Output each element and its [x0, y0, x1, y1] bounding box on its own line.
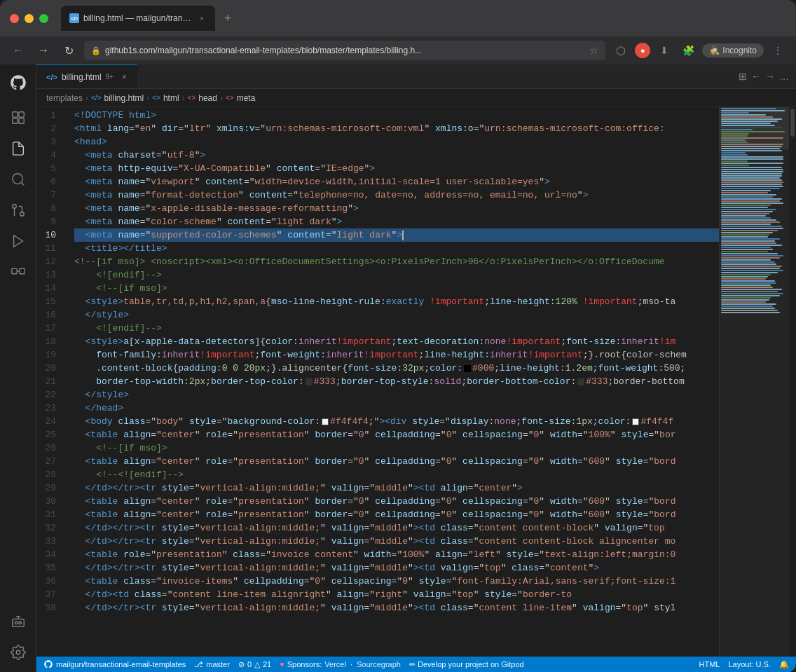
downloads-icon[interactable]: ⬇	[654, 41, 674, 60]
navigate-forward-icon[interactable]: →	[765, 71, 775, 82]
status-errors[interactable]: ⊘ 0 △ 21	[238, 660, 271, 669]
code-line-21: border-top-width : 2px ; border-top-colo…	[74, 375, 719, 388]
address-bar[interactable]: 🔒 github1s.com/mailgun/transactional-ema…	[84, 41, 605, 60]
notifications-bell[interactable]: 🔔	[779, 659, 789, 669]
code-line-16: </style>	[74, 308, 719, 322]
svg-point-16	[16, 650, 20, 654]
code-line-33: </td></tr><tr style="vertical-align:midd…	[74, 535, 719, 548]
extensions-button[interactable]: ⬡	[611, 41, 631, 60]
meta-tag-icon: <>	[226, 94, 234, 102]
activity-robot[interactable]	[4, 608, 32, 636]
status-gitpod[interactable]: ✏ Develop your project on Gitpod	[409, 660, 524, 669]
sponsor-vercel[interactable]: Vercel	[324, 660, 346, 668]
profile-icon[interactable]: ●	[635, 43, 650, 58]
line-num-34: 34	[36, 548, 66, 561]
sponsors-label: Sponsors:	[287, 660, 322, 668]
maximize-button[interactable]	[39, 14, 48, 23]
browser-actions: ⬡ ● ⬇ 🧩 🕵 Incognito ⋮	[611, 41, 788, 60]
line-num-14: 14	[36, 282, 66, 295]
editor-tab-actions: ⊞ ← → …	[732, 64, 796, 88]
editor-tab-close[interactable]: ×	[122, 72, 127, 82]
line-num-5: 5	[36, 162, 66, 175]
browser-tab-active[interactable]: </> billing.html — mailgun/transact… ×	[61, 6, 215, 31]
line-num-19: 19	[36, 348, 66, 362]
minimize-button[interactable]	[25, 14, 34, 23]
incognito-icon: 🕵	[709, 46, 720, 55]
warnings-icon: △	[254, 660, 260, 669]
activity-search[interactable]	[4, 165, 32, 193]
line-num-11: 11	[36, 242, 66, 255]
code-content[interactable]: <!DOCTYPE html> <html lang="en" dir="ltr…	[71, 107, 719, 657]
activity-files[interactable]	[4, 135, 32, 163]
code-line-37: </td> <td class="content line-item align…	[74, 588, 719, 601]
line-num-6: 6	[36, 175, 66, 188]
line-num-29: 29	[36, 481, 66, 495]
vertical-scrollbar[interactable]	[789, 107, 796, 657]
code-line-4: <meta charset="utf-8" >	[74, 149, 719, 162]
menu-button[interactable]: ⋮	[768, 41, 788, 60]
breadcrumb-html[interactable]: <> html	[152, 93, 179, 103]
status-sponsors[interactable]: ♥ Sponsors: Vercel · Sourcegraph	[280, 660, 401, 668]
tab-close-button[interactable]: ×	[197, 13, 207, 23]
incognito-button[interactable]: 🕵 Incognito	[702, 43, 764, 57]
editor-tab-billing[interactable]: </> billing.html 9+ ×	[36, 64, 137, 88]
breadcrumb-templates[interactable]: templates	[46, 93, 83, 103]
html-tag-icon: <>	[152, 94, 160, 102]
sponsor-sourcegraph[interactable]: Sourcegraph	[357, 660, 401, 668]
scrollbar-thumb[interactable]	[790, 109, 795, 137]
status-repo[interactable]: mailgun/transactional-email-templates	[43, 659, 186, 669]
activity-run[interactable]	[4, 227, 32, 255]
code-editor[interactable]: 1 2 3 4 5 6 7 8 9 10 11 12 13 14 15 16 1	[36, 107, 796, 657]
minimap	[719, 107, 789, 657]
breadcrumb-head[interactable]: <> head	[188, 93, 217, 103]
puzzle-icon[interactable]: 🧩	[678, 41, 698, 60]
svg-rect-11	[19, 268, 24, 273]
code-line-31: <table align="center" role="presentation…	[74, 508, 719, 521]
tab-bar: </> billing.html — mailgun/transact… × +	[61, 6, 786, 31]
activity-extensions[interactable]	[4, 258, 32, 286]
status-branch[interactable]: ⎇ master	[194, 660, 230, 669]
status-right: HTML Layout: U.S. 🔔	[699, 659, 790, 669]
svg-rect-1	[18, 112, 23, 117]
code-line-26: <!--[if mso]>	[74, 441, 719, 455]
more-actions-icon[interactable]: …	[779, 71, 789, 82]
svg-rect-3	[18, 118, 23, 123]
code-line-1: <!DOCTYPE html>	[74, 109, 719, 122]
line-num-27: 27	[36, 455, 66, 468]
close-button[interactable]	[10, 14, 19, 23]
breadcrumb-billing-html[interactable]: </> billing.html	[91, 93, 144, 103]
editor-area: </> billing.html 9+ × ⊞ ← → … templates …	[36, 64, 796, 672]
line-num-18: 18	[36, 335, 66, 348]
activity-source-control[interactable]	[4, 196, 32, 224]
breadcrumb-bar: templates › </> billing.html › <> html ›…	[36, 89, 796, 107]
line-num-25: 25	[36, 428, 66, 441]
lock-icon: 🔒	[91, 46, 101, 55]
line-num-37: 37	[36, 588, 66, 601]
split-editor-icon[interactable]: ⊞	[739, 71, 747, 82]
back-button[interactable]: ←	[8, 41, 28, 60]
new-tab-button[interactable]: +	[218, 8, 238, 28]
svg-rect-2	[12, 118, 17, 123]
line-num-13: 13	[36, 268, 66, 282]
code-line-36: <table class="invoice-items" cellpadding…	[74, 575, 719, 588]
breadcrumb-meta[interactable]: <> meta	[226, 93, 255, 103]
forward-button[interactable]: →	[34, 41, 53, 60]
code-line-32: </td></tr><tr style="vertical-align:midd…	[74, 521, 719, 535]
svg-rect-10	[11, 268, 16, 273]
code-line-22: </style>	[74, 388, 719, 402]
svg-rect-0	[12, 112, 17, 117]
reload-button[interactable]: ↻	[59, 41, 78, 60]
code-line-38: </td></tr><tr style="vertical-align:midd…	[74, 601, 719, 615]
line-num-28: 28	[36, 468, 66, 481]
line-num-12: 12	[36, 255, 66, 268]
activity-settings[interactable]	[4, 638, 32, 666]
breadcrumb-sep-3: ›	[182, 93, 185, 103]
repo-icon	[43, 659, 53, 669]
activity-explorer[interactable]	[4, 104, 32, 132]
github-logo[interactable]	[6, 70, 31, 95]
language-indicator[interactable]: HTML	[699, 660, 720, 668]
layout-indicator[interactable]: Layout: U.S.	[728, 660, 771, 668]
navigate-back-icon[interactable]: ←	[751, 71, 761, 82]
url-text: github1s.com/mailgun/transactional-email…	[105, 46, 585, 55]
code-line-13: <![endif]-->	[74, 268, 719, 282]
